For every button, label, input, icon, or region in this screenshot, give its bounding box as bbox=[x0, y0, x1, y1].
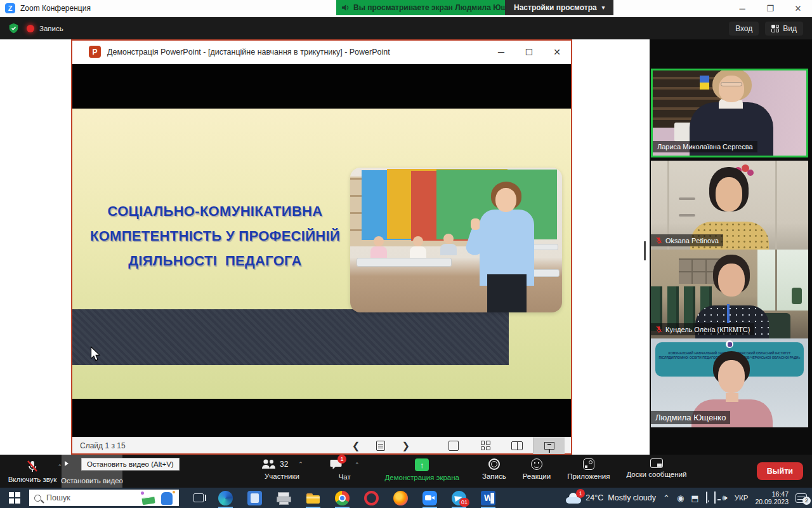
close-button[interactable]: ✕ bbox=[784, 0, 812, 17]
record-icon bbox=[488, 458, 500, 470]
powerpoint-title: Демонстрація PowerPoint - [дистанційне н… bbox=[107, 48, 390, 57]
ukraine-flag bbox=[700, 76, 709, 83]
recording-label: Запись bbox=[39, 25, 63, 32]
mouse-cursor bbox=[90, 346, 101, 361]
view-settings-button[interactable]: Настройки просмотра▾ bbox=[505, 0, 613, 15]
drawer-handle bbox=[679, 214, 695, 217]
leave-button[interactable]: Выйти bbox=[757, 462, 803, 480]
powerpoint-titlebar: P Демонстрація PowerPoint - [дистанційне… bbox=[72, 41, 571, 64]
taskbar-telegram[interactable]: 01 bbox=[451, 488, 467, 508]
volume-tray-icon[interactable]: 🕪 bbox=[723, 493, 728, 503]
next-slide-button[interactable]: ❯ bbox=[402, 440, 410, 451]
action-center-button[interactable]: 2 bbox=[796, 493, 807, 503]
reading-view-button[interactable] bbox=[501, 438, 533, 454]
taskbar-opera[interactable] bbox=[363, 488, 379, 508]
chevron-down-icon: ▾ bbox=[602, 4, 605, 11]
taskbar-word[interactable]: W bbox=[480, 488, 496, 508]
blue-app-icon bbox=[247, 491, 262, 505]
taskbar-chrome[interactable] bbox=[334, 488, 350, 508]
pupil-head bbox=[443, 234, 454, 244]
task-view-button[interactable] bbox=[190, 488, 206, 508]
lanyard bbox=[727, 304, 730, 323]
snip-tray-icon[interactable]: ⬒ bbox=[691, 493, 698, 503]
minimize-button[interactable]: ─ bbox=[728, 0, 756, 17]
taskbar-firefox[interactable] bbox=[393, 488, 409, 508]
desk bbox=[357, 258, 452, 267]
participant-name: Кундель Олена (КПКМТС) bbox=[651, 323, 754, 335]
video-tile-larysa[interactable]: Лариса Миколаївна Сергеєва bbox=[651, 69, 808, 157]
ppt-maximize-button[interactable]: ☐ bbox=[515, 47, 543, 57]
login-button[interactable]: Вход bbox=[729, 22, 759, 36]
share-screen-button[interactable]: ↑ Демонстрация экрана bbox=[376, 455, 468, 488]
slide-sorter-view-button[interactable] bbox=[469, 438, 501, 454]
ppt-minimize-button[interactable]: ─ bbox=[487, 47, 515, 57]
taskbar-blue-app[interactable] bbox=[247, 488, 263, 508]
apps-button[interactable]: Приложения bbox=[559, 455, 618, 488]
person-neck bbox=[726, 393, 738, 402]
hidden-icons-chevron[interactable]: ⌃ bbox=[663, 493, 670, 503]
participants-count: 32 bbox=[280, 460, 288, 469]
chat-chevron[interactable]: ⌃ bbox=[355, 462, 360, 468]
participants-chevron[interactable]: ⌃ bbox=[298, 461, 303, 467]
reactions-button[interactable]: Реакции bbox=[514, 455, 559, 488]
slideshow-view-button[interactable] bbox=[533, 438, 565, 454]
weather-badge: 1 bbox=[576, 489, 585, 498]
window-title: Zoom Конференция bbox=[20, 4, 91, 13]
zoom-toolbar: Включить звук ⌃ Остановить видео Останов… bbox=[0, 455, 812, 488]
slide-letterbox-top bbox=[72, 64, 571, 109]
weather-widget[interactable]: 1 24°C Mostly cloudy bbox=[566, 493, 656, 504]
speaker-icon bbox=[341, 4, 350, 11]
video-tile-kundel[interactable]: Кундель Олена (КПКМТС) bbox=[651, 250, 808, 338]
participants-button[interactable]: 32 ⌃ Участники bbox=[252, 455, 311, 488]
pupil bbox=[370, 246, 387, 258]
shared-screen-stage: P Демонстрація PowerPoint - [дистанційне… bbox=[0, 39, 650, 455]
taskbar-zoom[interactable] bbox=[422, 488, 438, 508]
powerpoint-statusbar: Слайд 1 з 15 ❮ ❯ bbox=[72, 437, 571, 453]
zoom-meeting-window: Z Zoom Конференция Вы просматриваете экр… bbox=[0, 0, 812, 508]
notes-icon[interactable] bbox=[376, 441, 385, 451]
mic-tray-icon[interactable] bbox=[706, 492, 707, 504]
video-tile-liudmyla[interactable]: КОМУНАЛЬНИЙ НАВЧАЛЬНИЙ ЗАКЛАД «ЧЕРКАСЬКИ… bbox=[651, 338, 808, 427]
sidebar-scrollbar[interactable] bbox=[644, 241, 646, 260]
record-tray-icon[interactable]: ◉ bbox=[677, 493, 684, 503]
chat-badge: 1 bbox=[337, 455, 346, 464]
unmute-button[interactable]: Включить звук ⌃ bbox=[4, 455, 61, 488]
whiteboards-button[interactable]: Доски сообщений bbox=[618, 455, 695, 488]
participants-icon bbox=[261, 458, 276, 470]
zoom-icon bbox=[422, 491, 437, 505]
participants-sidebar: Лариса Миколаївна Сергеєва Oksana Petino… bbox=[650, 39, 812, 455]
time: 16:47 bbox=[755, 490, 789, 498]
weather-desc: Mostly cloudy bbox=[608, 493, 656, 502]
video-tile-oksana[interactable]: Oksana Petinova bbox=[651, 161, 808, 250]
slide-photo-teacher-classroom bbox=[350, 168, 562, 312]
telegram-badge: 01 bbox=[459, 498, 469, 507]
window-frame bbox=[775, 250, 777, 311]
start-button[interactable] bbox=[0, 488, 29, 508]
network-tray-icon[interactable] bbox=[714, 492, 716, 504]
taskbar-file-explorer[interactable] bbox=[305, 488, 321, 508]
search-box[interactable]: Пошук bbox=[29, 490, 179, 506]
chrome-icon bbox=[335, 491, 350, 505]
institute-logo-icon bbox=[726, 340, 733, 348]
teacher-skirt bbox=[487, 274, 527, 312]
language-indicator[interactable]: УКР bbox=[735, 494, 749, 502]
flower bbox=[747, 170, 754, 176]
taskbar-edge[interactable] bbox=[218, 488, 233, 508]
search-seasonal-graphic bbox=[141, 490, 176, 505]
zoom-logo-icon: Z bbox=[5, 3, 15, 13]
clock[interactable]: 16:47 20.09.2023 bbox=[755, 490, 789, 505]
pupil bbox=[440, 244, 457, 255]
normal-view-button[interactable] bbox=[438, 438, 469, 454]
printer-icon bbox=[277, 491, 291, 505]
ppt-close-button[interactable]: ✕ bbox=[543, 47, 571, 57]
view-button[interactable]: Вид bbox=[765, 22, 803, 36]
previous-slide-button[interactable]: ❮ bbox=[352, 440, 360, 451]
restore-button[interactable]: ❐ bbox=[756, 0, 784, 17]
security-shield-icon[interactable] bbox=[8, 23, 19, 34]
panel-line bbox=[775, 161, 777, 250]
taskbar-fax-scanner[interactable] bbox=[276, 488, 292, 508]
chat-button[interactable]: 1 ⌃ Чат bbox=[322, 455, 368, 488]
record-button[interactable]: Запись bbox=[474, 455, 514, 488]
drawer-handle bbox=[679, 197, 695, 200]
stop-video-tooltip: Остановить видео (Alt+V) bbox=[81, 458, 180, 471]
